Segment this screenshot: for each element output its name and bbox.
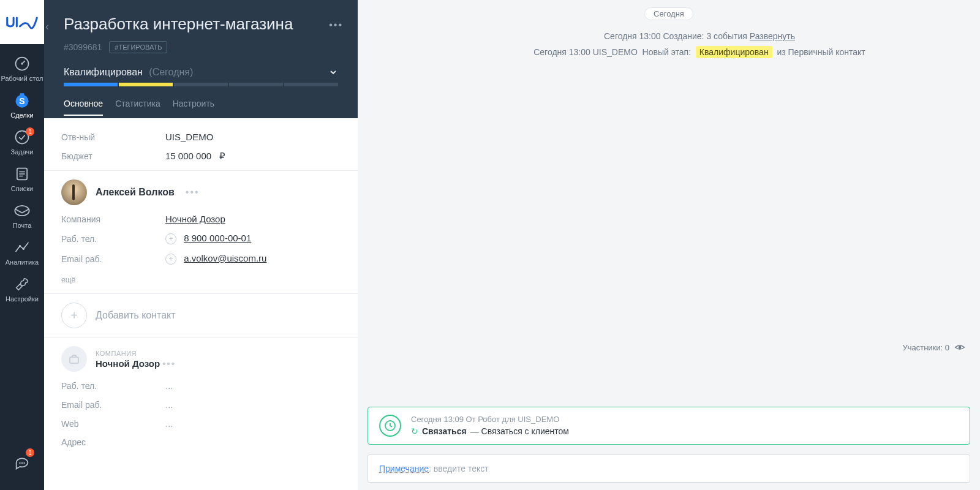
mail-icon: [13, 202, 31, 219]
phone-link[interactable]: 8 900 000-00-01: [184, 233, 251, 243]
avatar: [61, 179, 87, 205]
feed-text: Новый этап:: [643, 47, 691, 57]
add-email-icon[interactable]: +: [165, 254, 176, 265]
svg-point-11: [21, 462, 23, 464]
svg-point-14: [959, 346, 962, 349]
note-input[interactable]: Примечание: введите текст: [368, 454, 970, 483]
c-phone-value[interactable]: ...: [165, 380, 173, 391]
nav-lists[interactable]: Списки: [0, 160, 44, 197]
contact-header[interactable]: Алексей Волков •••: [61, 179, 341, 205]
nav-label: Настройки: [6, 295, 39, 303]
nav-tasks[interactable]: 1 Задачи: [0, 124, 44, 160]
tasks-badge: 1: [26, 127, 34, 136]
email-link[interactable]: a.volkov@uiscom.ru: [184, 253, 266, 263]
add-phone-icon[interactable]: +: [165, 233, 176, 244]
svg-point-12: [23, 462, 24, 464]
stage-date: (Сегодня): [149, 67, 193, 77]
add-contact-label: Добавить контакт: [96, 310, 176, 321]
briefcase-icon: [61, 346, 87, 372]
c-web-value[interactable]: ...: [165, 418, 173, 429]
chat-badge: 1: [26, 448, 34, 457]
budget-amount: 15 000 000: [165, 151, 211, 161]
analytics-icon: [13, 239, 31, 256]
c-web-label: Web: [61, 419, 165, 429]
wrench-icon: [13, 276, 31, 293]
nav-dashboard[interactable]: Рабочий стол: [0, 50, 44, 87]
c-email-value[interactable]: ...: [165, 399, 173, 410]
feed-entry: Сегодня 13:00 UIS_DEMO Новый этап: Квали…: [376, 47, 962, 57]
task-meta: Сегодня 13:09 От Робот для UIS_DEMO: [411, 415, 569, 424]
feed-suffix: из Первичный контакт: [777, 47, 865, 57]
feed-time: Сегодня 13:00: [604, 31, 661, 41]
c-addr-label: Адрес: [61, 437, 165, 447]
company-header[interactable]: КОМПАНИЯ Ночной Дозор •••: [61, 346, 341, 372]
nav-label: Сделки: [10, 111, 34, 119]
svg-point-1: [21, 62, 23, 65]
nav-label: Списки: [11, 185, 34, 192]
task-desc: — Связаться с клиентом: [470, 426, 569, 436]
tag-button[interactable]: #ТЕГИРОВАТЬ: [109, 41, 167, 53]
budget-label: Бюджет: [61, 151, 165, 161]
svg-point-10: [19, 462, 20, 464]
chevron-down-icon: [328, 67, 338, 77]
company-link[interactable]: Ночной Дозор: [165, 214, 225, 224]
budget-value[interactable]: 15 000 000 ₽: [165, 151, 225, 162]
contact-more-icon[interactable]: •••: [186, 187, 200, 198]
tab-customize[interactable]: Настроить: [173, 99, 214, 116]
tab-main[interactable]: Основное: [64, 99, 103, 116]
repeat-icon: ↻: [411, 426, 418, 436]
participants[interactable]: Участники: 0: [902, 342, 965, 353]
nav-mail[interactable]: Почта: [0, 197, 44, 234]
activity-feed: Сегодня 13:00 Создание: 3 события Развер…: [358, 20, 980, 74]
today-pill: Сегодня: [644, 7, 693, 20]
stage-name: Квалифицирован: [64, 67, 143, 77]
svg-point-7: [15, 206, 29, 216]
note-label[interactable]: Примечание: [379, 464, 429, 473]
company-more-icon[interactable]: •••: [162, 358, 176, 369]
logo-icon: [6, 15, 38, 29]
company-name: Ночной Дозор: [96, 358, 160, 369]
deals-icon: S: [13, 92, 31, 109]
deal-more-menu[interactable]: •••: [329, 20, 343, 31]
stage-progress[interactable]: [64, 83, 338, 86]
deal-panel: ‹ Разработка интернет-магазина ••• #3099…: [44, 0, 358, 490]
contact-name: Алексей Волков: [96, 187, 175, 198]
task-card[interactable]: Сегодня 13:09 От Робот для UIS_DEMO ↻ Св…: [368, 407, 970, 445]
svg-point-8: [19, 245, 21, 247]
note-placeholder: : введите текст: [429, 464, 489, 473]
back-arrow-icon[interactable]: ‹: [45, 20, 49, 33]
currency-icon: ₽: [219, 151, 225, 161]
chat-icon: [13, 454, 31, 472]
eye-icon: [954, 342, 965, 353]
stage-dropdown[interactable]: Квалифицирован (Сегодня): [64, 67, 338, 78]
nav-settings[interactable]: Настройки: [0, 271, 44, 307]
stage-highlight: Квалифицирован: [696, 46, 772, 58]
company-section-label: КОМПАНИЯ: [96, 350, 176, 357]
task-title: Связаться: [422, 426, 467, 436]
contact-more-link[interactable]: ещё: [61, 276, 75, 284]
svg-point-9: [23, 248, 25, 251]
nav-label: Задачи: [11, 148, 34, 156]
svg-text:S: S: [19, 96, 24, 106]
nav-analytics[interactable]: Аналитика: [0, 234, 44, 271]
nav-label: Аналитика: [6, 258, 39, 266]
feed-time: Сегодня 13:00: [533, 47, 590, 57]
add-contact-button[interactable]: + Добавить контакт: [61, 303, 341, 328]
deal-title[interactable]: Разработка интернет-магазина: [64, 15, 343, 34]
logo[interactable]: [0, 0, 44, 44]
plus-icon: +: [61, 303, 87, 328]
nav-deals[interactable]: S Сделки: [0, 87, 44, 124]
nav-label: Почта: [13, 222, 32, 229]
tab-stats[interactable]: Статистика: [115, 99, 160, 116]
feed-text: Создание: 3 события: [663, 31, 747, 41]
deal-id: #3099681: [64, 42, 102, 52]
responsible-value[interactable]: UIS_DEMO: [165, 132, 213, 142]
expand-link[interactable]: Развернуть: [750, 31, 795, 41]
clock-icon: [379, 415, 401, 437]
feed-user: UIS_DEMO: [593, 47, 638, 57]
deal-details: Отв-ный UIS_DEMO Бюджет 15 000 000 ₽ Але…: [44, 118, 358, 490]
responsible-label: Отв-ный: [61, 132, 165, 142]
nav-chat[interactable]: 1: [0, 445, 44, 481]
email-label: Email раб.: [61, 254, 165, 264]
feed-entry: Сегодня 13:00 Создание: 3 события Развер…: [376, 31, 962, 41]
